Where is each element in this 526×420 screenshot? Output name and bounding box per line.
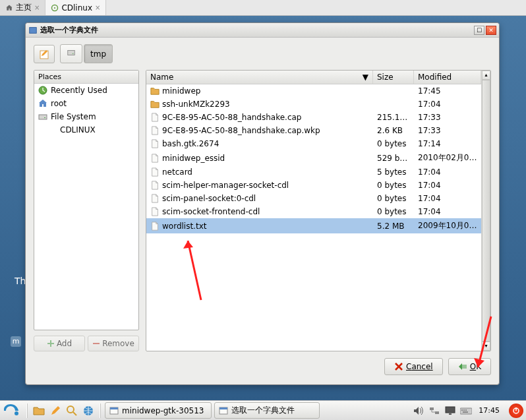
magnifier-icon	[66, 405, 78, 417]
clock[interactable]: 17:45	[476, 406, 502, 415]
file-row[interactable]: bash.gtk.26740 bytes17:14	[146, 137, 481, 150]
taskbar-task[interactable]: minidwep-gtk-30513	[105, 402, 212, 419]
file-modified-cell: 17:04	[414, 167, 481, 177]
scroll-up-button[interactable]: ▴	[482, 71, 490, 80]
maximize-button[interactable]: ☐	[474, 26, 484, 35]
svg-rect-8	[44, 117, 45, 118]
path-breadcrumb: tmp	[60, 44, 113, 63]
pencil-icon	[49, 405, 61, 417]
header-label: Name	[150, 73, 173, 82]
svg-point-1	[54, 7, 55, 8]
svg-line-16	[73, 412, 76, 415]
tab-label: 主页	[16, 2, 32, 13]
logo-icon	[4, 404, 21, 417]
separator	[26, 404, 28, 418]
col-name-header[interactable]: Name ▼	[146, 71, 373, 84]
ok-button[interactable]: OK	[448, 358, 491, 375]
file-size-cell	[373, 104, 414, 105]
background-box: m	[11, 336, 21, 347]
browser-launcher[interactable]	[81, 404, 96, 418]
places-header: Places	[34, 71, 138, 84]
file-name-cell: 9C-E8-95-AC-50-88_handshake.cap.wkp	[146, 125, 373, 136]
browser-tab[interactable]: 主页 ×	[0, 0, 45, 15]
dialog-main: Places Recently UsedrootFile SystemCDLIN…	[26, 70, 499, 351]
titlebar[interactable]: 选取一个字典文件 ☐ ✕	[26, 23, 499, 38]
place-label: Recently Used	[51, 86, 107, 95]
folder-icon	[33, 405, 45, 417]
svg-point-14	[15, 411, 18, 415]
scroll-track[interactable]	[482, 80, 490, 342]
browser-tab[interactable]: CDlinux ×	[45, 0, 106, 15]
scroll-thumb[interactable]	[482, 80, 490, 342]
file-list-wrap: Name ▼ Size Modified minidwep17:45ssh-un…	[146, 70, 491, 351]
close-icon[interactable]: ×	[34, 4, 40, 11]
background-text: Th	[15, 276, 26, 286]
close-icon[interactable]: ×	[95, 4, 100, 11]
dialog-title: 选取一个字典文件	[40, 25, 474, 35]
add-button[interactable]: Add	[34, 336, 85, 351]
svg-rect-19	[110, 407, 118, 409]
file-name-cell: scim-socket-frontend-cdl	[146, 206, 373, 217]
file-modified-cell: 17:33	[414, 125, 481, 136]
col-modified-header[interactable]: Modified	[414, 71, 481, 84]
zoom-launcher[interactable]	[65, 404, 79, 418]
path-root-button[interactable]	[60, 44, 82, 63]
file-modified-cell: 17:45	[414, 86, 481, 96]
file-name-cell: bash.gtk.2674	[146, 138, 373, 149]
cancel-button[interactable]: Cancel	[384, 358, 443, 375]
file-name-cell: wordlist.txt	[146, 221, 373, 231]
network-icon[interactable]	[428, 405, 440, 416]
file-modified-cell: 17:14	[414, 138, 481, 149]
file-manager-launcher[interactable]	[32, 404, 46, 418]
close-button[interactable]: ✕	[486, 26, 496, 35]
cancel-icon	[394, 362, 403, 371]
display-icon[interactable]	[444, 405, 456, 416]
file-name-cell: scim-panel-socket:0-cdl	[146, 193, 373, 204]
file-modified-cell: 17:33	[414, 112, 481, 123]
pencil-launcher[interactable]	[48, 404, 63, 418]
file-modified-cell: 17:04	[414, 193, 481, 204]
start-button[interactable]	[3, 403, 22, 419]
svg-rect-26	[460, 408, 472, 414]
taskbar-task[interactable]: 选取一个字典文件	[214, 402, 320, 419]
svg-rect-28	[463, 409, 465, 411]
minus-icon	[92, 340, 100, 347]
keyboard-icon[interactable]	[460, 405, 472, 416]
scrollbar[interactable]: ▴ ▾	[481, 71, 490, 351]
place-item[interactable]: CDLINUX	[34, 123, 138, 136]
svg-rect-2	[30, 27, 37, 33]
path-tmp-button[interactable]: tmp	[84, 44, 113, 63]
file-row[interactable]: scim-helper-manager-socket-cdl0 bytes17:…	[146, 179, 481, 192]
button-label: Cancel	[406, 362, 433, 371]
col-size-header[interactable]: Size	[373, 71, 414, 84]
volume-icon[interactable]	[413, 405, 424, 416]
edit-name-button[interactable]	[34, 45, 55, 63]
power-button[interactable]	[509, 404, 523, 418]
file-area: Name ▼ Size Modified minidwep17:45ssh-un…	[146, 70, 491, 351]
file-row[interactable]: scim-socket-frontend-cdl0 bytes17:04	[146, 205, 481, 218]
place-item[interactable]: File System	[34, 110, 138, 123]
svg-rect-30	[463, 411, 468, 413]
svg-rect-25	[449, 413, 452, 415]
svg-rect-7	[39, 115, 47, 119]
file-row[interactable]: minidwep17:45	[146, 84, 481, 98]
sidebar: Places Recently UsedrootFile SystemCDLIN…	[34, 70, 139, 351]
file-row[interactable]: scim-panel-socket:0-cdl0 bytes17:04	[146, 192, 481, 205]
remove-button[interactable]: Remove	[88, 336, 139, 351]
place-item[interactable]: root	[34, 97, 138, 110]
file-row[interactable]: ssh-unkMZk229317:04	[146, 98, 481, 111]
svg-rect-22	[430, 407, 434, 410]
button-label: Add	[57, 339, 72, 348]
scroll-down-button[interactable]: ▾	[482, 342, 490, 351]
file-row[interactable]: minidwep_essid529 bytes2010年02月02日	[146, 150, 481, 165]
file-row[interactable]: 9C-E8-95-AC-50-88_handshake.cap215.1 KB1…	[146, 111, 481, 124]
place-label: root	[51, 99, 67, 108]
tab-label: CDlinux	[61, 3, 92, 13]
place-item[interactable]: Recently Used	[34, 84, 138, 97]
file-row[interactable]: 9C-E8-95-AC-50-88_handshake.cap.wkp2.6 K…	[146, 124, 481, 137]
file-row[interactable]: wordlist.txt5.2 MB2009年10月09日	[146, 218, 481, 233]
file-row[interactable]: netcard5 bytes17:04	[146, 165, 481, 179]
file-list[interactable]: Name ▼ Size Modified minidwep17:45ssh-un…	[146, 71, 481, 351]
sidebar-buttons: Add Remove	[34, 336, 139, 351]
file-name-cell: ssh-unkMZk2293	[146, 99, 373, 109]
